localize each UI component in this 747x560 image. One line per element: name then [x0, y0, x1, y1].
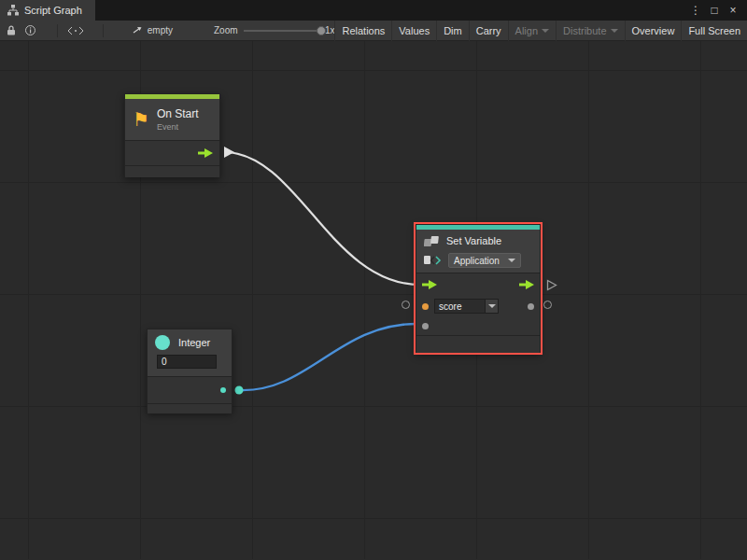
relations-button-label: Relations	[342, 25, 385, 36]
variable-scope-dropdown[interactable]: Application	[448, 253, 521, 268]
graph-canvas[interactable]: ⚑ On Start Event S	[0, 41, 747, 559]
node-footer	[125, 166, 219, 177]
zoom-label: Zoom	[214, 25, 238, 35]
chevron-down-icon	[542, 29, 549, 33]
chevron-down-icon	[611, 29, 618, 33]
zoom-value: 1x	[325, 25, 335, 35]
toolbar-buttons: Relations Values Dim Carry Align Distrib…	[334, 21, 747, 41]
integer-header: Integer	[148, 329, 232, 376]
relations-button[interactable]: Relations	[334, 21, 391, 41]
graph-icon	[7, 5, 19, 16]
distribute-button: Distribute	[556, 21, 624, 41]
breadcrumb-label: empty	[148, 25, 173, 35]
node-integer[interactable]: Integer	[147, 329, 233, 413]
wire-layer	[0, 41, 747, 559]
values-button-label: Values	[399, 25, 430, 36]
flag-icon: ⚑	[133, 110, 149, 129]
integer-output-port[interactable]	[220, 387, 226, 393]
wire-source-dot[interactable]	[235, 386, 244, 395]
dim-button-label: Dim	[444, 25, 462, 36]
variables-stack-icon	[424, 235, 441, 247]
on-start-flow-output-port[interactable]	[223, 146, 235, 159]
code-angle-icon[interactable]	[62, 21, 90, 41]
variable-name-input[interactable]	[434, 299, 486, 314]
value-input-port[interactable]	[422, 323, 429, 329]
set-variable-name-row	[416, 296, 540, 316]
zoom-slider-handle[interactable]	[317, 26, 326, 35]
kebab-menu-icon[interactable]: ⋮	[687, 4, 704, 17]
integer-output-row	[148, 377, 232, 403]
flow-input-arrow-icon[interactable]	[422, 280, 437, 289]
connect-arrow-icon	[132, 25, 143, 36]
carry-button-label: Carry	[476, 25, 501, 36]
code-brackets-icon	[424, 254, 443, 267]
node-on-start[interactable]: ⚑ On Start Event	[124, 93, 220, 177]
distribute-button-label: Distribute	[563, 25, 606, 36]
set-variable-output-ext-port[interactable]	[543, 301, 552, 309]
node-title: Set Variable	[446, 235, 501, 246]
node-footer	[148, 404, 232, 413]
toolbar-separator	[103, 24, 104, 37]
on-start-flow-row	[125, 141, 219, 165]
dim-button[interactable]: Dim	[436, 21, 469, 41]
carry-button[interactable]: Carry	[469, 21, 508, 41]
set-variable-flow-row	[416, 273, 540, 296]
fullscreen-button[interactable]: Full Screen	[681, 21, 747, 41]
node-title: Integer	[178, 337, 210, 348]
toolbar-separator	[57, 24, 58, 37]
flow-output-arrow-icon[interactable]	[519, 280, 534, 289]
wire-integer-to-setvariable[interactable]	[239, 324, 416, 390]
tab-title: Script Graph	[24, 5, 82, 16]
graph-toolbar: empty Zoom 1x Relations Values Dim Carry…	[0, 21, 747, 41]
chevron-down-icon	[488, 304, 496, 308]
set-variable-value-row	[416, 316, 540, 335]
set-variable-header: Set Variable Application	[416, 230, 540, 273]
variable-name-dropdown[interactable]	[486, 299, 499, 314]
zoom-slider-track[interactable]	[244, 30, 319, 32]
info-icon[interactable]	[21, 21, 40, 41]
wire-onstart-to-setvariable[interactable]	[227, 152, 420, 285]
node-title: On Start	[157, 107, 199, 120]
close-icon[interactable]: ×	[725, 4, 741, 17]
value-output-port[interactable]	[528, 303, 534, 310]
maximize-icon[interactable]: □	[706, 4, 723, 17]
titlebar: Script Graph ⋮ □ ×	[0, 0, 747, 21]
flow-output-arrow-icon[interactable]	[198, 148, 213, 158]
tab-script-graph[interactable]: Script Graph	[0, 0, 95, 21]
fullscreen-button-label: Full Screen	[688, 25, 740, 36]
lock-icon[interactable]	[2, 21, 21, 41]
align-button: Align	[508, 21, 556, 41]
integer-value-input[interactable]	[157, 355, 217, 369]
chevron-down-icon	[508, 259, 515, 262]
on-start-header: ⚑ On Start Event	[125, 99, 219, 140]
graph-breadcrumb[interactable]: empty	[132, 25, 173, 36]
name-input-port[interactable]	[422, 303, 429, 310]
overview-button[interactable]: Overview	[625, 21, 682, 41]
node-set-variable[interactable]: Set Variable Application	[416, 224, 541, 353]
window-controls: ⋮ □ ×	[687, 0, 747, 21]
values-button[interactable]: Values	[391, 21, 436, 41]
set-variable-name-ext-port[interactable]	[402, 301, 410, 309]
overview-button-label: Overview	[632, 25, 675, 36]
integer-literal-icon	[155, 335, 170, 350]
align-button-label: Align	[515, 25, 538, 36]
variable-scope-label: Application	[454, 256, 500, 266]
node-subtitle: Event	[157, 122, 199, 132]
node-footer	[416, 336, 540, 353]
set-variable-flow-output-port[interactable]	[546, 279, 557, 291]
zoom-slider[interactable]	[244, 21, 319, 41]
